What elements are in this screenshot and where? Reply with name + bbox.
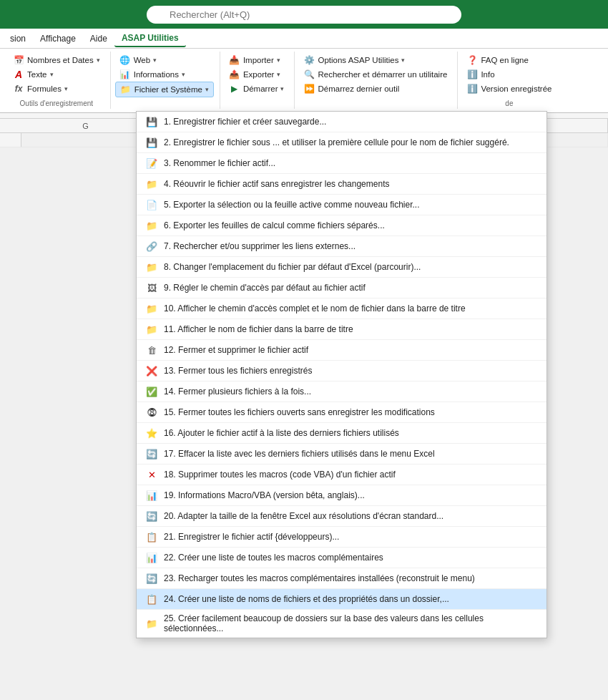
col-header-G: G	[21, 119, 150, 132]
menu-item-sion[interactable]: sion	[3, 31, 33, 47]
ribbon-group-help: ❓ FAQ en ligne ℹ️ Info ℹ️ Version enregi…	[459, 52, 562, 109]
ribbon-group-help-label: de	[462, 98, 556, 107]
ribbon-btn-importer-label: Importer	[243, 56, 274, 64]
ribbon-btn-faq-label: FAQ en ligne	[481, 56, 528, 64]
chevron-down-icon: ▾	[153, 57, 157, 64]
chevron-down-icon: ▾	[205, 86, 209, 93]
ribbon-btn-version-label: Version enregistrée	[481, 84, 551, 93]
ribbon-group-tools: 📅 Nombres et Dates ▾ A Texte ▾ fx Formul…	[6, 52, 111, 109]
dropdown-item-1[interactable]: 💾1. Enregistrer fichier et créer sauvega…	[137, 112, 546, 132]
question-icon: ❓	[466, 54, 478, 66]
ribbon-group-web: 🌐 Web ▾ 📊 Informations ▾ 📁 Fichier et Sy…	[112, 52, 220, 109]
chevron-down-icon: ▾	[277, 71, 280, 78]
search-wrapper: 🔍	[147, 6, 461, 24]
ribbon-group-import: 📥 Importer ▾ 📤 Exporter ▾ ▶ Démarrer ▾	[222, 52, 295, 109]
web-icon: 🌐	[119, 54, 131, 66]
ribbon-group-tools-label: Outils d'enregistrement	[9, 98, 104, 107]
menu-bar: sion Affichage Aide ASAP Utilities	[0, 29, 608, 49]
ribbon-btn-informations[interactable]: 📊 Informations ▾	[115, 67, 190, 82]
ribbon-btn-nombres[interactable]: 📅 Nombres et Dates ▾	[9, 53, 104, 67]
chevron-down-icon: ▾	[64, 85, 68, 92]
save-as-icon: 💾	[145, 136, 158, 147]
ribbon-btn-web[interactable]: 🌐 Web ▾	[115, 53, 161, 67]
gear-icon: ⚙️	[303, 54, 315, 66]
ribbon-btn-options-label: Options ASAP Utilities	[318, 56, 398, 64]
ribbon-btn-demarrer[interactable]: ▶ Démarrer ▾	[225, 82, 289, 96]
ribbon-btn-rechercher-label: Rechercher et démarrer un utilitaire	[318, 70, 447, 79]
dropdown-item-text-1: 1. Enregistrer fichier et créer sauvegar…	[164, 117, 538, 127]
ribbon-btn-exporter-label: Exporter	[243, 70, 274, 79]
ribbon-btn-texte[interactable]: A Texte ▾	[9, 67, 58, 82]
chevron-down-icon: ▾	[50, 71, 54, 78]
dropdown-fichier-systeme: 💾1. Enregistrer fichier et créer sauvega…	[136, 111, 547, 147]
version-icon: ℹ️	[466, 83, 478, 94]
ribbon-btn-version[interactable]: ℹ️ Version enregistrée	[462, 82, 556, 96]
info-chart-icon: 📊	[119, 69, 131, 80]
menu-item-asap[interactable]: ASAP Utilities	[114, 30, 186, 47]
search-bar: 🔍	[0, 0, 608, 29]
last-tool-icon: ⏩	[303, 83, 315, 94]
chevron-down-icon: ▾	[277, 57, 280, 64]
chevron-down-icon: ▾	[182, 71, 185, 78]
play-icon: ▶	[229, 83, 240, 94]
search-input[interactable]	[147, 6, 461, 24]
import-icon: 📥	[229, 54, 240, 66]
ribbon-group-options: ⚙️ Options ASAP Utilities ▾ 🔍 Rechercher…	[296, 52, 458, 109]
chevron-down-icon: ▾	[401, 57, 405, 64]
menu-item-aide[interactable]: Aide	[83, 31, 114, 47]
info-icon: ℹ️	[466, 69, 478, 80]
ribbon-btn-demarrez-label: Démarrez dernier outil	[318, 84, 399, 93]
search2-icon: 🔍	[303, 69, 315, 80]
ribbon-btn-exporter[interactable]: 📤 Exporter ▾	[225, 67, 285, 82]
ribbon-btn-fichier[interactable]: 📁 Fichier et Système ▾	[115, 82, 214, 97]
ribbon-btn-demarrer-label: Démarrer	[243, 84, 278, 93]
ribbon-btn-web-label: Web	[134, 56, 150, 64]
ribbon-btn-nombres-label: Nombres et Dates	[27, 56, 94, 64]
menu-item-affichage[interactable]: Affichage	[33, 31, 83, 47]
ribbon-btn-faq[interactable]: ❓ FAQ en ligne	[462, 53, 532, 67]
text-a-icon: A	[13, 69, 24, 80]
ribbon-btn-formules[interactable]: fx Formules ▾	[9, 82, 72, 96]
ribbon-btn-informations-label: Informations	[134, 70, 179, 79]
dropdown-item-text-2: 2. Enregistrer le fichier sous ... et ut…	[164, 137, 538, 147]
chevron-down-icon: ▾	[97, 57, 100, 64]
chevron-down-icon: ▾	[280, 85, 284, 92]
ribbon-btn-info[interactable]: ℹ️ Info	[462, 67, 499, 82]
ribbon-btn-fichier-label: Fichier et Système	[134, 85, 202, 94]
calendar-icon: 📅	[13, 54, 24, 66]
ribbon-btn-demarrez[interactable]: ⏩ Démarrez dernier outil	[299, 82, 403, 96]
export-icon: 📤	[229, 69, 240, 80]
dropdown-item-2[interactable]: 💾2. Enregistrer le fichier sous ... et u…	[137, 132, 546, 147]
ribbon-btn-rechercher[interactable]: 🔍 Rechercher et démarrer un utilitaire	[299, 67, 451, 82]
ribbon-btn-formules-label: Formules	[27, 84, 62, 93]
ribbon-btn-info-label: Info	[481, 70, 494, 79]
ribbon-btn-options[interactable]: ⚙️ Options ASAP Utilities ▾	[299, 53, 409, 67]
fx-icon: fx	[13, 83, 24, 94]
ribbon-btn-texte-label: Texte	[27, 70, 47, 79]
ribbon: 📅 Nombres et Dates ▾ A Texte ▾ fx Formul…	[0, 49, 608, 113]
save-icon: 💾	[145, 115, 158, 128]
folder-icon: 📁	[120, 84, 132, 95]
ribbon-btn-importer[interactable]: 📥 Importer ▾	[225, 53, 285, 67]
